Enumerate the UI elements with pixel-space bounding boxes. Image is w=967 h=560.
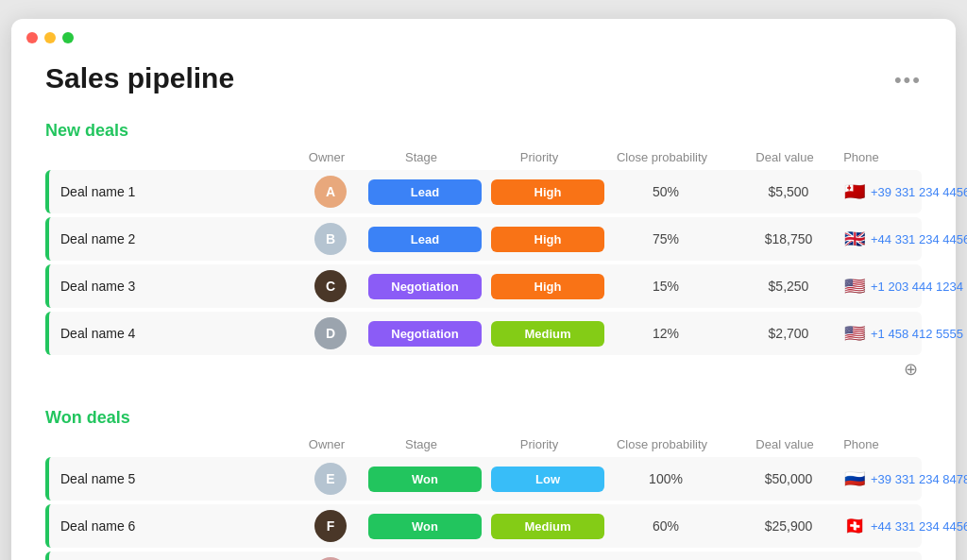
col-owner: Owner xyxy=(298,437,355,451)
deal-name: Deal name 6 xyxy=(57,518,302,534)
stage-cell: Won xyxy=(359,514,491,539)
owner-cell: F xyxy=(302,510,359,542)
table-row: Deal name 7 G Won Low 19% $1,200 🇺🇸 +1 2… xyxy=(45,552,922,560)
close-prob-value: 75% xyxy=(595,231,737,246)
stage-cell: Lead xyxy=(359,179,491,205)
deal-name: Deal name 5 xyxy=(57,471,302,486)
deal-value-cell: $2,700 xyxy=(737,326,840,341)
owner-cell: E xyxy=(302,463,359,495)
new-deals-rows: Deal name 1 A Lead High 50% $5,500 🇹🇴 +3… xyxy=(45,170,922,380)
new-deals-header: Owner Stage Priority Close probability D… xyxy=(45,150,922,170)
won-deals-section: Won deals Owner Stage Priority Close pro… xyxy=(45,408,922,560)
deal-value-cell: $5,500 xyxy=(737,184,840,199)
close-dot[interactable] xyxy=(26,32,38,43)
priority-badge: High xyxy=(491,179,604,205)
deal-name: Deal name 3 xyxy=(57,279,302,294)
priority-badge: Low xyxy=(491,467,604,492)
avatar: B xyxy=(314,223,347,255)
col-stage: Stage xyxy=(355,150,487,164)
deal-value-cell: $50,000 xyxy=(737,471,840,486)
stage-badge: Lead xyxy=(368,179,482,205)
avatar: C xyxy=(314,270,347,302)
won-deals-table: Owner Stage Priority Close probability D… xyxy=(45,437,922,560)
more-options-icon[interactable]: ••• xyxy=(894,68,922,93)
new-deals-table: Owner Stage Priority Close probability D… xyxy=(45,150,922,380)
phone-number[interactable]: +44 331 234 4456 xyxy=(871,232,967,246)
flag-icon: 🇺🇸 xyxy=(844,276,865,297)
phone-number[interactable]: +1 203 444 1234 xyxy=(871,280,963,294)
col-deal-value: Deal value xyxy=(733,150,837,164)
flag-icon: 🇨🇭 xyxy=(844,516,865,536)
table-row: Deal name 4 D Negotiation Medium 12% $2,… xyxy=(45,312,922,355)
col-add xyxy=(886,150,914,164)
stage-cell: Won xyxy=(359,467,491,492)
deal-value-cell: $18,750 xyxy=(737,231,840,246)
stage-badge: Won xyxy=(368,467,482,492)
deal-name: Deal name 2 xyxy=(57,231,302,246)
phone-number[interactable]: +39 331 234 4456 xyxy=(871,185,967,199)
owner-cell: D xyxy=(302,317,359,349)
priority-badge: High xyxy=(491,227,604,252)
avatar: F xyxy=(314,510,347,542)
flag-icon: 🇷🇺 xyxy=(844,468,865,489)
stage-cell: Negotiation xyxy=(359,274,491,299)
close-prob-value: 100% xyxy=(595,471,737,486)
phone-cell: 🇨🇭 +44 331 234 4456 xyxy=(840,516,967,536)
phone-cell: 🇺🇸 +1 458 412 5555 xyxy=(840,323,963,344)
stage-cell: Negotiation xyxy=(359,321,491,347)
col-priority: Priority xyxy=(487,437,591,451)
col-phone: Phone xyxy=(837,437,886,451)
priority-cell: High xyxy=(491,274,595,299)
stage-badge: Negotiation xyxy=(368,321,482,347)
flag-icon: 🇹🇴 xyxy=(844,181,865,202)
table-row: Deal name 1 A Lead High 50% $5,500 🇹🇴 +3… xyxy=(45,170,922,213)
close-prob-value: 12% xyxy=(595,326,737,341)
priority-cell: Medium xyxy=(491,321,595,347)
priority-cell: Medium xyxy=(491,514,595,539)
new-deals-title: New deals xyxy=(45,121,922,141)
close-prob-value: 50% xyxy=(595,184,737,199)
owner-cell: A xyxy=(302,176,359,208)
avatar: A xyxy=(314,176,347,208)
maximize-dot[interactable] xyxy=(62,32,74,43)
priority-badge: Medium xyxy=(491,321,604,347)
page-title: Sales pipeline xyxy=(45,62,234,94)
col-add xyxy=(886,437,914,451)
phone-number[interactable]: +1 458 412 5555 xyxy=(871,327,963,341)
table-row: Deal name 2 B Lead High 75% $18,750 🇬🇧 +… xyxy=(45,217,922,261)
main-window: Sales pipeline ••• New deals Owner Stage… xyxy=(11,19,956,560)
close-prob-value: 60% xyxy=(595,518,737,534)
deal-name: Deal name 1 xyxy=(57,184,302,199)
col-deal-value: Deal value xyxy=(733,437,837,451)
table-row: Deal name 5 E Won Low 100% $50,000 🇷🇺 +3… xyxy=(45,457,922,501)
col-name xyxy=(53,437,298,451)
stage-cell: Lead xyxy=(359,227,491,252)
minimize-dot[interactable] xyxy=(44,32,56,43)
stage-badge: Won xyxy=(368,514,482,539)
owner-cell: B xyxy=(302,223,359,255)
col-priority: Priority xyxy=(487,150,591,164)
page-header: Sales pipeline ••• xyxy=(45,62,922,94)
priority-badge: High xyxy=(491,274,604,299)
col-close-prob: Close probability xyxy=(591,150,733,164)
window-controls xyxy=(26,32,74,43)
owner-cell: C xyxy=(302,270,359,302)
priority-cell: High xyxy=(491,179,595,205)
table-row: Deal name 6 F Won Medium 60% $25,900 🇨🇭 … xyxy=(45,504,922,548)
add-deal-button[interactable]: ⊕ xyxy=(904,359,918,380)
phone-cell: 🇹🇴 +39 331 234 4456 xyxy=(840,181,967,202)
won-deals-rows: Deal name 5 E Won Low 100% $50,000 🇷🇺 +3… xyxy=(45,457,922,560)
deal-name: Deal name 4 xyxy=(57,326,302,341)
flag-icon: 🇬🇧 xyxy=(844,229,865,249)
phone-number[interactable]: +39 331 234 8478 xyxy=(871,472,967,486)
won-deals-header: Owner Stage Priority Close probability D… xyxy=(45,437,922,457)
col-close-prob: Close probability xyxy=(591,437,733,451)
avatar: D xyxy=(314,317,347,349)
col-stage: Stage xyxy=(355,437,487,451)
phone-number[interactable]: +44 331 234 4456 xyxy=(871,519,967,534)
deal-value-cell: $5,250 xyxy=(737,279,840,294)
phone-cell: 🇺🇸 +1 203 444 1234 xyxy=(840,276,963,297)
won-deals-title: Won deals xyxy=(45,408,922,428)
col-name xyxy=(53,150,298,164)
new-deals-section: New deals Owner Stage Priority Close pro… xyxy=(45,121,922,380)
